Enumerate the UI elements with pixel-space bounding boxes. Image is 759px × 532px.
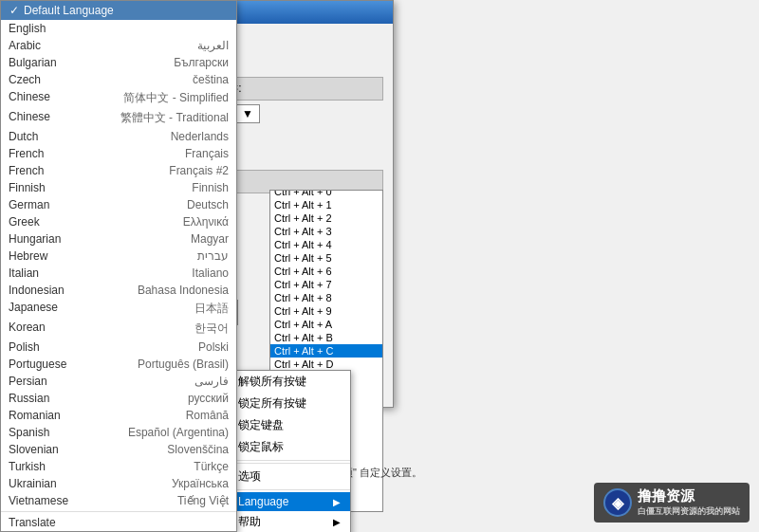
hotkey-item-9[interactable]: Ctrl + Alt + 9 xyxy=(270,304,382,318)
lang-divider xyxy=(1,511,236,512)
lang-left-9: Finnish xyxy=(9,181,46,194)
lang-left-18: Polish xyxy=(9,340,40,354)
language-item-15[interactable]: IndonesianBahasa Indonesia xyxy=(1,282,236,299)
language-item-24[interactable]: SlovenianSlovenščina xyxy=(1,441,236,458)
language-item-5[interactable]: Chinese繁體中文 - Traditional xyxy=(1,108,236,128)
language-item-3[interactable]: Czechčeština xyxy=(1,71,236,88)
language-item-25[interactable]: TurkishTürkçe xyxy=(1,458,236,475)
lang-left-22: Romanian xyxy=(9,409,61,422)
lang-left-7: French xyxy=(9,147,44,160)
lang-right-12: Magyar xyxy=(191,232,229,246)
language-item-2[interactable]: BulgarianБългарски xyxy=(1,54,236,71)
language-menu-header: ✓ Default Language xyxy=(1,1,236,20)
context-menu: 解锁所有按键锁定所有按键锁定键盘锁定鼠标选项Language▶帮助▶退出 xyxy=(228,370,351,532)
language-item-8[interactable]: FrenchFrançais #2 xyxy=(1,162,236,179)
ctx-item-4[interactable]: 选项 xyxy=(229,466,350,487)
ctx-label-3: 锁定鼠标 xyxy=(238,439,284,455)
ctx-divider-after-3 xyxy=(229,460,350,461)
ctx-item-2[interactable]: 锁定键盘 xyxy=(229,414,350,436)
lang-left-19: Portuguese xyxy=(9,358,66,371)
lang-right-15: Bahasa Indonesia xyxy=(138,284,229,297)
language-item-14[interactable]: ItalianItaliano xyxy=(1,265,236,282)
language-item-11[interactable]: GreekΕλληνικά xyxy=(1,213,236,230)
language-item-7[interactable]: FrenchFrançais xyxy=(1,145,236,162)
language-item-26[interactable]: UkrainianУкраїнська xyxy=(1,475,236,492)
hotkey-item-12[interactable]: Ctrl + Alt + C xyxy=(270,344,382,358)
hotkey-item-10[interactable]: Ctrl + Alt + A xyxy=(270,318,382,331)
ctx-item-5[interactable]: Language▶ xyxy=(229,492,350,511)
lang-left-1: Arabic xyxy=(9,39,41,52)
language-item-13[interactable]: Hebrewעברית xyxy=(1,248,236,265)
lang-left-6: Dutch xyxy=(9,130,38,143)
lang-right-8: Français #2 xyxy=(169,164,229,177)
lang-left-24: Slovenian xyxy=(9,443,59,456)
ctx-item-0[interactable]: 解锁所有按键 xyxy=(229,371,350,393)
language-item-6[interactable]: DutchNederlands xyxy=(1,128,236,145)
ctx-label-6: 帮助 xyxy=(238,514,261,530)
lang-left-8: French xyxy=(9,164,44,177)
language-item-23[interactable]: SpanishEspañol (Argentina) xyxy=(1,424,236,441)
dropdown-arrow: ▼ xyxy=(242,107,253,120)
language-item-10[interactable]: GermanDeutsch xyxy=(1,196,236,213)
lang-right-16: 日本語 xyxy=(194,301,229,317)
language-item-22[interactable]: RomanianRomână xyxy=(1,407,236,424)
hotkey-item-4[interactable]: Ctrl + Alt + 4 xyxy=(270,238,382,251)
hotkey-item-1[interactable]: Ctrl + Alt + 1 xyxy=(270,198,382,211)
lang-right-19: Português (Brasil) xyxy=(138,358,229,371)
lang-left-10: German xyxy=(9,198,49,211)
watermark: ◈ 撸撸资源 白僵互联网资源的我的网站 xyxy=(594,483,750,523)
hotkey-item-13[interactable]: Ctrl + Alt + D xyxy=(270,358,382,371)
hotkey-item-7[interactable]: Ctrl + Alt + 7 xyxy=(270,278,382,291)
lang-right-3: čeština xyxy=(193,73,229,86)
hotkey-item-6[interactable]: Ctrl + Alt + 6 xyxy=(270,265,382,278)
lang-right-23: Español (Argentina) xyxy=(128,426,229,439)
language-item-21[interactable]: Russianрусский xyxy=(1,390,236,407)
hotkey-item-5[interactable]: Ctrl + Alt + 5 xyxy=(270,251,382,265)
hotkey-item-8[interactable]: Ctrl + Alt + 8 xyxy=(270,291,382,304)
language-item-1[interactable]: Arabicالعربية xyxy=(1,37,236,54)
lang-right-1: العربية xyxy=(197,39,229,52)
lang-right-5: 繁體中文 - Traditional xyxy=(120,110,229,126)
language-item-4[interactable]: Chinese简体中文 - Simplified xyxy=(1,88,236,108)
lang-left-26: Ukrainian xyxy=(9,477,57,490)
ctx-label-4: 选项 xyxy=(238,468,261,485)
lang-left-23: Spanish xyxy=(9,426,49,439)
ctx-item-1[interactable]: 锁定所有按键 xyxy=(229,393,350,414)
language-item-9[interactable]: FinnishFinnish xyxy=(1,179,236,196)
hotkey-item-3[interactable]: Ctrl + Alt + 3 xyxy=(270,225,382,238)
language-item-28[interactable]: Translate xyxy=(1,514,236,531)
lang-right-11: Ελληνικά xyxy=(183,215,229,229)
ctx-item-6[interactable]: 帮助▶ xyxy=(229,511,350,532)
lang-right-14: Italiano xyxy=(192,266,229,280)
lang-left-17: Korean xyxy=(9,321,46,337)
language-item-20[interactable]: Persianفارسی xyxy=(1,373,236,390)
language-item-12[interactable]: HungarianMagyar xyxy=(1,230,236,248)
lang-left-5: Chinese xyxy=(9,110,50,126)
lang-left-21: Russian xyxy=(9,392,49,405)
ctx-arrow-6: ▶ xyxy=(333,517,341,527)
lang-right-24: Slovenščina xyxy=(167,443,229,456)
lang-left-25: Turkish xyxy=(9,460,46,473)
lang-right-10: Deutsch xyxy=(187,198,229,211)
lang-left-28: Translate xyxy=(9,516,56,529)
lang-right-13: עברית xyxy=(197,249,229,263)
hotkey-item-2[interactable]: Ctrl + Alt + 2 xyxy=(270,211,382,225)
language-item-19[interactable]: PortuguesePortuguês (Brasil) xyxy=(1,356,236,373)
ctx-item-3[interactable]: 锁定鼠标 xyxy=(229,436,350,458)
lang-left-20: Persian xyxy=(9,375,47,388)
language-item-27[interactable]: VietnameseTiếng Việt xyxy=(1,492,236,509)
lang-right-21: русский xyxy=(188,392,229,405)
lang-left-14: Italian xyxy=(9,266,39,280)
hotkey-item-11[interactable]: Ctrl + Alt + B xyxy=(270,331,382,344)
language-item-16[interactable]: Japanese日本語 xyxy=(1,299,236,319)
lang-left-0: English xyxy=(9,22,46,35)
lang-left-2: Bulgarian xyxy=(9,56,57,69)
hotkey-item-0[interactable]: Ctrl + Alt + 0 xyxy=(270,190,382,198)
language-item-18[interactable]: PolishPolski xyxy=(1,339,236,356)
lang-right-6: Nederlands xyxy=(171,130,229,143)
language-item-0[interactable]: English xyxy=(1,20,236,37)
ctx-label-2: 锁定键盘 xyxy=(238,417,284,433)
language-item-17[interactable]: Korean한국어 xyxy=(1,319,236,339)
lang-right-18: Polski xyxy=(198,340,229,354)
lang-left-13: Hebrew xyxy=(9,249,47,263)
